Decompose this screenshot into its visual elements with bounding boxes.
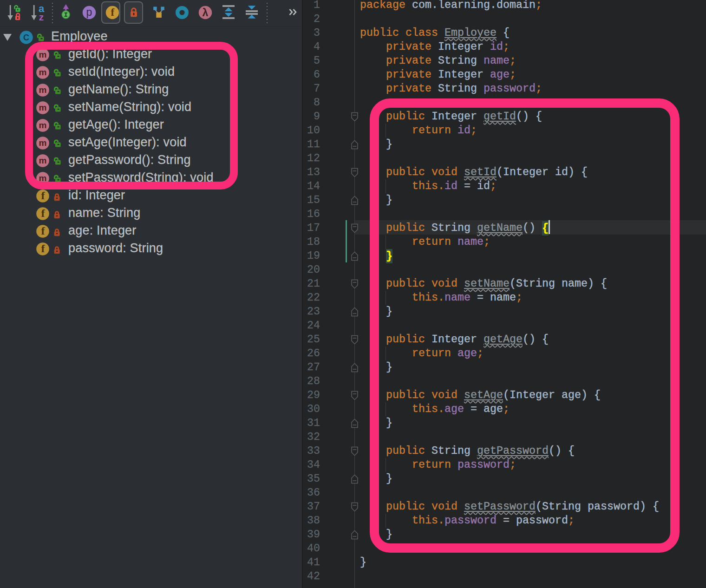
svg-text:λ: λ xyxy=(203,7,209,19)
svg-text:f: f xyxy=(111,7,114,18)
svg-text:z: z xyxy=(39,12,44,22)
svg-text:f: f xyxy=(41,242,46,255)
svg-text:f: f xyxy=(41,189,46,202)
svg-text:f: f xyxy=(41,225,46,237)
svg-text:p: p xyxy=(86,6,92,18)
svg-text:f: f xyxy=(41,207,46,219)
svg-text:C: C xyxy=(23,33,29,42)
